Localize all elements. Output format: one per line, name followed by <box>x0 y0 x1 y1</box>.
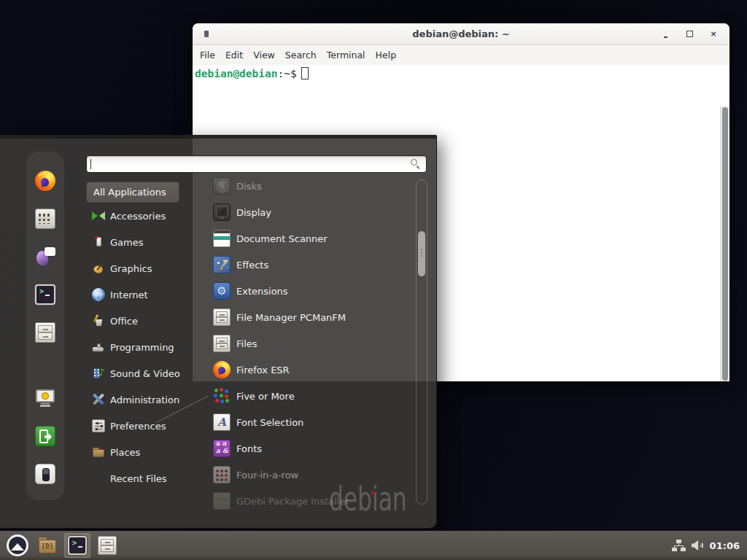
category-item[interactable]: Preferences <box>86 413 206 439</box>
disks-icon <box>213 177 231 195</box>
application-item[interactable]: GDebi Package Installer <box>206 488 417 514</box>
cabinet-icon <box>35 322 55 343</box>
close-button[interactable]: × <box>706 27 721 42</box>
cabinet-icon <box>213 308 231 326</box>
favorite-button[interactable] <box>35 426 55 446</box>
category-item[interactable]: Recent Files <box>86 465 206 491</box>
application-item[interactable]: Effects <box>206 252 417 278</box>
category-item[interactable]: Administration <box>86 386 206 413</box>
keyboard-icon <box>35 209 55 229</box>
terminal-menubar: FileEditViewSearchTerminalHelp <box>193 45 729 65</box>
category-item[interactable]: All Applications <box>86 182 179 203</box>
favorites-rail <box>26 152 64 500</box>
terminal-menu-item[interactable]: Edit <box>220 50 248 61</box>
favorite-button[interactable] <box>35 464 55 484</box>
taskbar-clock[interactable]: 01:06 <box>710 540 740 551</box>
prompt-suffix: :~$ <box>278 68 297 79</box>
terminal-menu-item[interactable]: Search <box>280 50 322 61</box>
application-item[interactable]: Display <box>206 199 417 225</box>
text-caret <box>90 159 91 169</box>
accessories-icon <box>92 209 105 222</box>
terminal-menu-item[interactable]: Terminal <box>322 50 371 61</box>
maximize-button[interactable] <box>682 27 697 42</box>
favorite-button[interactable] <box>35 284 55 305</box>
terminal-menu-item[interactable]: View <box>248 50 280 61</box>
favorite-button[interactable] <box>35 246 55 267</box>
category-item[interactable]: Games <box>86 229 206 255</box>
fourrow-icon <box>213 466 231 483</box>
category-item[interactable]: Places <box>86 439 206 465</box>
terminal-menu-item[interactable]: Help <box>371 50 402 61</box>
application-item[interactable]: Font Selection <box>206 409 417 435</box>
volume-icon[interactable] <box>692 540 704 551</box>
favorite-button[interactable] <box>35 322 55 343</box>
terminal-scrollbar[interactable] <box>720 106 729 381</box>
application-item[interactable]: Firefox ESR <box>206 357 417 383</box>
category-list: All Applications Accessories Games Graph… <box>86 182 206 491</box>
taskbar-launchers <box>4 533 120 558</box>
places-icon <box>92 446 105 459</box>
office-icon <box>92 314 105 327</box>
taskbar-button[interactable] <box>4 533 31 558</box>
pidgin-icon <box>35 246 55 267</box>
firefox-icon <box>35 171 55 191</box>
application-list: Disks Display Document Scanner Effects <box>206 173 417 516</box>
docscanner-icon <box>213 230 231 247</box>
category-item[interactable]: Internet <box>86 281 206 308</box>
category-item[interactable]: Graphics <box>86 255 206 281</box>
application-item[interactable]: Four-in-a-row <box>206 462 417 488</box>
prompt-user: debian@debian <box>195 68 278 79</box>
network-icon[interactable] <box>672 540 686 551</box>
favorite-button[interactable] <box>35 388 55 408</box>
minimize-button[interactable] <box>658 27 673 42</box>
search-input[interactable] <box>86 155 427 173</box>
games-icon <box>92 236 105 249</box>
soundvideo-icon <box>92 367 105 380</box>
taskbar-button[interactable] <box>94 533 120 558</box>
cabinet-icon <box>213 335 231 352</box>
cabinet-icon <box>98 536 117 555</box>
application-item[interactable]: Fonts <box>206 435 417 462</box>
menu-scrollbar-thumb[interactable] <box>418 231 425 276</box>
gdebi-icon <box>213 492 231 510</box>
terminal-icon <box>35 284 55 305</box>
fonts-icon <box>213 440 231 457</box>
terminal-scrollbar-thumb[interactable] <box>722 107 728 381</box>
effects-icon <box>213 256 231 273</box>
desktop-background: debian@debian: ~ × FileEditViewSearchTer… <box>0 0 747 560</box>
menu-scrollbar[interactable] <box>416 179 427 505</box>
preferences-icon <box>92 419 105 432</box>
category-item[interactable]: Accessories <box>86 203 206 229</box>
application-menu: debian All Applications Accessories <box>0 135 437 529</box>
category-item[interactable]: Programming <box>86 334 206 360</box>
fiveormore-icon <box>213 387 231 405</box>
terminal-title: debian@debian: ~ <box>193 28 729 39</box>
terminal-titlebar[interactable]: debian@debian: ~ × <box>193 23 729 45</box>
search-icon <box>409 158 422 171</box>
terminal-cursor <box>301 67 309 79</box>
taskbar-button[interactable] <box>34 533 61 558</box>
display-icon <box>213 203 231 221</box>
terminal-menu-item[interactable]: File <box>195 50 220 61</box>
shutdown-icon <box>35 464 55 484</box>
category-item[interactable]: Sound & Video <box>86 360 206 386</box>
application-item[interactable]: Disks <box>206 173 417 199</box>
administration-icon <box>92 393 105 406</box>
favorite-button[interactable] <box>35 209 55 229</box>
application-item[interactable]: Five or More <box>206 383 417 409</box>
favorite-button[interactable] <box>35 171 55 191</box>
category-item[interactable]: Office <box>86 308 206 334</box>
application-item[interactable]: Document Scanner <box>206 225 417 252</box>
extensions-icon <box>213 282 231 300</box>
internet-icon <box>92 288 105 301</box>
programming-icon <box>92 341 105 354</box>
application-item[interactable]: File Manager PCManFM <box>206 304 417 330</box>
launcher-icon <box>7 534 28 556</box>
folderd-icon <box>38 536 57 555</box>
lockscreen-icon <box>35 388 55 408</box>
application-item[interactable]: Files <box>206 330 417 357</box>
taskbar-button[interactable] <box>64 533 90 558</box>
application-item[interactable]: Extensions <box>206 278 417 304</box>
terminal-icon <box>68 536 87 555</box>
graphics-icon <box>92 262 105 275</box>
